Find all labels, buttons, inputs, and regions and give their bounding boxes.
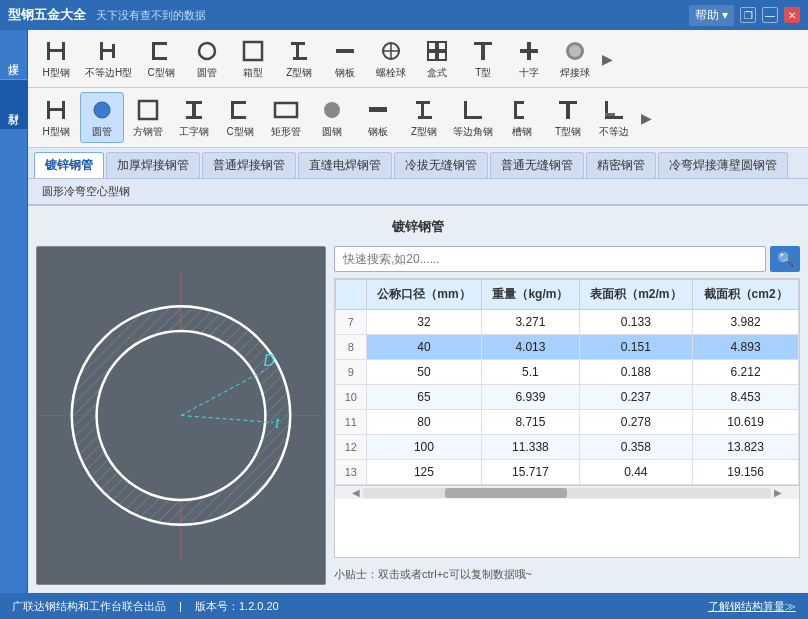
icon-h-beam[interactable]: H型钢: [34, 34, 78, 83]
icon2-z-steel-label: Z型钢: [411, 125, 437, 139]
search-button[interactable]: 🔍: [770, 246, 800, 272]
sidebar-tab-welding[interactable]: 焊接: [0, 30, 28, 80]
drawing-area: D t: [36, 246, 326, 585]
icon-box[interactable]: 箱型: [231, 34, 275, 83]
z-steel-icon: [288, 37, 310, 65]
icon-z-steel[interactable]: Z型钢: [277, 34, 321, 83]
svg-text:D: D: [263, 352, 274, 369]
icon2-square-tube[interactable]: 方钢管: [126, 93, 170, 142]
tab-round-hollow[interactable]: 圆形冷弯空心型钢: [34, 181, 138, 202]
h-scroll-thumb[interactable]: [445, 488, 567, 498]
icon-unequal-h-label: 不等边H型: [85, 66, 132, 80]
icon2-unequal[interactable]: 不等边: [592, 93, 636, 142]
icon-steel-plate[interactable]: 钢板: [323, 34, 367, 83]
search-bar: 🔍: [334, 246, 800, 272]
icon2-c-steel[interactable]: C型钢: [218, 93, 262, 142]
svg-rect-22: [474, 42, 492, 45]
tab-direct-weld[interactable]: 直缝电焊钢管: [298, 152, 392, 178]
table-row[interactable]: 11 80 8.715 0.278 10.619: [336, 410, 799, 435]
table-row[interactable]: 10 65 6.939 0.237 8.453: [336, 385, 799, 410]
icon2-z-steel[interactable]: Z型钢: [402, 93, 446, 142]
status-version: 版本号：1.2.0.20: [195, 600, 279, 612]
window-minimize-button[interactable]: —: [762, 7, 778, 23]
icon-steel-plate-label: 钢板: [335, 66, 355, 80]
icon2-c-steel-shape: [229, 96, 251, 124]
cell-weight: 3.271: [482, 310, 579, 335]
search-input[interactable]: [334, 246, 766, 272]
svg-rect-37: [231, 101, 234, 119]
icon-t-type[interactable]: T型: [461, 34, 505, 83]
main-container: 焊接 型材 H型钢 不等边H型 C型钢: [0, 30, 808, 593]
icon2-round-steel[interactable]: 圆钢: [310, 93, 354, 142]
icon-z-steel-label: Z型钢: [286, 66, 312, 80]
icon2-t-type[interactable]: T型钢: [546, 93, 590, 142]
table-row[interactable]: 8 40 4.013 0.151 4.893: [336, 335, 799, 360]
icon2-equal-angle[interactable]: 等边角钢: [448, 93, 498, 142]
icon2-channel[interactable]: 槽钢: [500, 93, 544, 142]
icon2-i-beam[interactable]: 工字钢: [172, 93, 216, 142]
tab-cold-weld-thin[interactable]: 冷弯焊接薄壁圆钢管: [658, 152, 788, 178]
data-area: 🔍 公称口径（mm） 重量（kg/m） 表面积（m2/m）: [334, 246, 800, 585]
svg-rect-44: [418, 116, 432, 119]
icon-c-steel[interactable]: C型钢: [139, 34, 183, 83]
horizontal-scrollbar[interactable]: ◀ ▶: [335, 485, 799, 499]
icon2-round-tube[interactable]: 圆管: [80, 92, 124, 143]
table-row[interactable]: 12 100 11.338 0.358 13.823: [336, 435, 799, 460]
table-header-row: 公称口径（mm） 重量（kg/m） 表面积（m2/m） 截面积（cm2）: [336, 280, 799, 310]
icon-weld-ball[interactable]: 焊接球: [553, 34, 597, 83]
tab-galvanized[interactable]: 镀锌钢管: [34, 152, 104, 178]
icon2-bar-more-arrow[interactable]: ▶: [638, 110, 655, 126]
icon2-rect-tube[interactable]: 矩形管: [264, 93, 308, 142]
svg-rect-7: [152, 42, 155, 60]
icon2-i-beam-shape: [183, 96, 205, 124]
steel-plate-icon: [334, 37, 356, 65]
cell-rownum: 7: [336, 310, 367, 335]
tab-bar-row2: 圆形冷弯空心型钢: [28, 179, 808, 206]
cell-surface: 0.151: [579, 335, 693, 360]
icon-bar-more-arrow[interactable]: ▶: [599, 51, 616, 67]
tab-normal-weld[interactable]: 普通焊接钢管: [202, 152, 296, 178]
tab-cold-seamless[interactable]: 冷拔无缝钢管: [394, 152, 488, 178]
title-bar: 型钢五金大全 天下没有查不到的数据 帮助 ▾ ❐ — ✕: [0, 0, 808, 30]
svg-point-31: [94, 102, 110, 118]
h-scroll-track[interactable]: [363, 488, 771, 498]
data-table: 公称口径（mm） 重量（kg/m） 表面积（m2/m） 截面积（cm2） 7 3…: [335, 279, 799, 485]
window-close-button[interactable]: ✕: [784, 7, 800, 23]
cross-icon: [518, 37, 540, 65]
cell-cross: 13.823: [693, 435, 799, 460]
icon2-flat-steel[interactable]: 钢板: [356, 93, 400, 142]
table-row[interactable]: 7 32 3.271 0.133 3.982: [336, 310, 799, 335]
scroll-right-btn[interactable]: ▶: [771, 487, 785, 498]
icon-weld-ball-label: 焊接球: [560, 66, 590, 80]
icon-unequal-h[interactable]: 不等边H型: [80, 34, 137, 83]
icon2-h-beam[interactable]: H型钢: [34, 93, 78, 142]
sidebar-tab-material[interactable]: 型材: [0, 80, 28, 130]
box2-icon: [426, 37, 448, 65]
status-bar: 广联达钢结构和工作台联合出品 | 版本号：1.2.0.20 了解钢结构算量≫: [0, 593, 808, 619]
svg-rect-2: [62, 42, 65, 60]
scroll-left-btn[interactable]: ◀: [349, 487, 363, 498]
tab-precision[interactable]: 精密钢管: [586, 152, 656, 178]
icon-bolt[interactable]: 螺栓球: [369, 34, 413, 83]
window-restore-button[interactable]: ❐: [740, 7, 756, 23]
table-row[interactable]: 9 50 5.1 0.188 6.212: [336, 360, 799, 385]
cell-surface: 0.188: [579, 360, 693, 385]
tab-thick-weld[interactable]: 加厚焊接钢管: [106, 152, 200, 178]
icon2-h-beam-shape: [45, 96, 67, 124]
icon2-square-tube-shape: [137, 96, 159, 124]
cell-cross: 19.156: [693, 460, 799, 485]
status-link[interactable]: 了解钢结构算量≫: [708, 599, 796, 614]
cell-rownum: 9: [336, 360, 367, 385]
unequal-h-icon: [98, 37, 120, 65]
icon2-channel-label: 槽钢: [512, 125, 532, 139]
tab-normal-seamless[interactable]: 普通无缝钢管: [490, 152, 584, 178]
icon-round-tube[interactable]: 圆管: [185, 34, 229, 83]
icon-cross[interactable]: 十字: [507, 34, 551, 83]
help-button[interactable]: 帮助 ▾: [689, 5, 734, 26]
icon2-equal-angle-label: 等边角钢: [453, 125, 493, 139]
icon2-c-steel-label: C型钢: [226, 125, 253, 139]
icon-t-type-label: T型: [475, 66, 491, 80]
icon-box-label: 箱型: [243, 66, 263, 80]
icon-box2[interactable]: 盒式: [415, 34, 459, 83]
table-row[interactable]: 13 125 15.717 0.44 19.156: [336, 460, 799, 485]
